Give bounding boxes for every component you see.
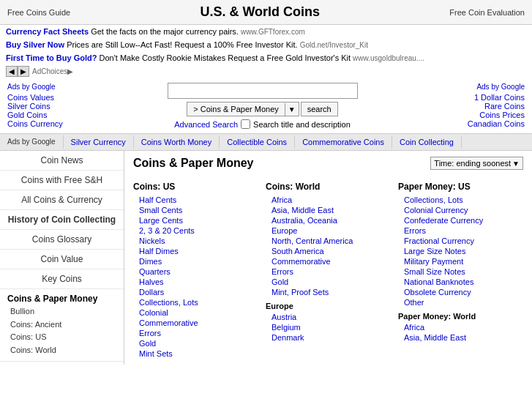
- paper-us-fractional[interactable]: Fractional Currency: [398, 236, 523, 246]
- ads-left: Ads by Google Coins Values Silver Coins …: [7, 83, 80, 129]
- ad-choices-label: AdChoices: [32, 67, 67, 75]
- us-dimes[interactable]: Dimes: [133, 256, 258, 266]
- paper-us-national[interactable]: National Banknotes: [398, 277, 523, 287]
- us-half-dimes[interactable]: Half Dimes: [133, 246, 258, 256]
- main-layout: Coin News Coins with Free S&H All Coins …: [0, 151, 532, 365]
- world-commemorative[interactable]: Commemorative: [266, 256, 391, 266]
- sidebar-sub-ancient[interactable]: Coins: Ancient: [10, 320, 61, 329]
- page-title: U.S. & World Coins: [70, 4, 449, 20]
- us-errors[interactable]: Errors: [133, 328, 258, 338]
- content-header: Coins & Paper Money Time: ending soonest…: [133, 157, 523, 170]
- us-gold[interactable]: Gold: [133, 338, 258, 348]
- ad-link-2[interactable]: Buy Silver Now: [6, 40, 64, 49]
- ads-left-item-1[interactable]: Coins Values: [7, 93, 80, 102]
- europe-denmark[interactable]: Denmark: [266, 332, 391, 343]
- world-europe[interactable]: Europe: [266, 225, 391, 236]
- us-half-cents[interactable]: Half Cents: [133, 195, 258, 205]
- paper-us-large-notes[interactable]: Large Size Notes: [398, 246, 523, 256]
- paper-us-errors[interactable]: Errors: [398, 225, 523, 236]
- world-errors[interactable]: Errors: [266, 266, 391, 277]
- advanced-search-link[interactable]: Advanced Search: [174, 120, 238, 129]
- ads-left-item-2[interactable]: Silver Coins: [7, 102, 80, 111]
- ad-link-3[interactable]: First Time to Buy Gold?: [6, 53, 97, 62]
- sidebar-sub-world[interactable]: Coins: World: [10, 346, 56, 354]
- sidebar-item-glossary[interactable]: Coins Glossary: [0, 230, 124, 250]
- sidebar-item-all-coins[interactable]: All Coins & Currency: [0, 190, 124, 210]
- paper-us-confederate[interactable]: Confederate Currency: [398, 215, 523, 225]
- sidebar-sub-bullion[interactable]: Bullion: [10, 307, 34, 316]
- paper-world-africa[interactable]: Africa: [398, 322, 523, 332]
- sidebar-sub-items: Bullion Coins: Ancient Coins: US Coins: …: [7, 305, 116, 357]
- sort-label: Time: ending soonest: [434, 159, 511, 168]
- world-south-america[interactable]: South America: [266, 246, 391, 256]
- coins-world-heading: Coins: World: [266, 182, 391, 192]
- world-gold[interactable]: Gold: [266, 277, 391, 287]
- advanced-search-row: Advanced Search Search title and descrip…: [174, 119, 351, 129]
- world-north-central[interactable]: North, Central America: [266, 236, 391, 246]
- search-dropdown[interactable]: > Coins & Paper Money ▼: [187, 102, 299, 116]
- europe-austria[interactable]: Austria: [266, 312, 391, 322]
- us-2-3-20-cents[interactable]: 2, 3 & 20 Cents: [133, 225, 258, 236]
- ad-link-1[interactable]: Currency Fact Sheets: [6, 27, 89, 36]
- tab-silver-currency[interactable]: Silver Currency: [64, 135, 134, 149]
- ad-url-1: www.GFTforex.com: [241, 28, 305, 36]
- ads-left-item-3[interactable]: Gold Coins: [7, 111, 80, 119]
- us-mint-sets[interactable]: Mint Sets: [133, 348, 258, 359]
- europe-belgium[interactable]: Belgium: [266, 322, 391, 332]
- paper-us-military[interactable]: Military Payment: [398, 256, 523, 266]
- paper-us-obsolete[interactable]: Obsolete Currency: [398, 287, 523, 297]
- us-colonial[interactable]: Colonial: [133, 307, 258, 318]
- dropdown-arrow-icon[interactable]: ▼: [285, 103, 299, 116]
- us-halves[interactable]: Halves: [133, 277, 258, 287]
- paper-world-asia[interactable]: Asia, Middle East: [398, 332, 523, 343]
- search-input[interactable]: [168, 83, 358, 99]
- sidebar-item-coin-news[interactable]: Coin News: [0, 151, 124, 171]
- sort-arrow-icon[interactable]: ▼: [512, 160, 520, 168]
- world-mint-proof[interactable]: Mint, Proof Sets: [266, 287, 391, 297]
- ads-right-item-4[interactable]: Canadian Coins: [444, 119, 525, 128]
- tab-coin-collecting[interactable]: Coin Collecting: [392, 135, 462, 149]
- paper-us-small-notes[interactable]: Small Size Notes: [398, 266, 523, 277]
- coins-us-column: Coins: US Half Cents Small Cents Large C…: [133, 176, 258, 359]
- paper-us-collections[interactable]: Collections, Lots: [398, 195, 523, 205]
- free-coins-guide-link[interactable]: Free Coins Guide: [7, 8, 70, 17]
- content-title: Coins & Paper Money: [133, 157, 253, 170]
- category-grid: Coins: US Half Cents Small Cents Large C…: [133, 176, 523, 359]
- sidebar-item-key-coins[interactable]: Key Coins: [0, 269, 124, 289]
- tab-collectible-coins[interactable]: Collectible Coins: [220, 135, 295, 149]
- ads-right-item-2[interactable]: Rare Coins: [444, 102, 525, 111]
- search-dropdown-label[interactable]: > Coins & Paper Money: [187, 102, 284, 116]
- us-nickels[interactable]: Nickels: [133, 236, 258, 246]
- sidebar-item-coin-value[interactable]: Coin Value: [0, 250, 124, 269]
- world-australia[interactable]: Australia, Oceania: [266, 215, 391, 225]
- ads-right-item-3[interactable]: Coins Prices: [444, 111, 525, 119]
- sidebar-item-free-sh[interactable]: Coins with Free S&H: [0, 171, 124, 190]
- sidebar-section-paper-money: Coins & Paper Money Bullion Coins: Ancie…: [0, 289, 124, 362]
- ads-left-item-4[interactable]: Coins Currency: [7, 119, 80, 128]
- world-africa[interactable]: Africa: [266, 195, 391, 205]
- sidebar: Coin News Coins with Free S&H All Coins …: [0, 151, 124, 365]
- ad-text-2: Prices are Still Low--Act Fast! Request …: [67, 40, 300, 49]
- tab-commemorative-coins[interactable]: Commemorative Coins: [295, 135, 392, 149]
- us-commemorative[interactable]: Commemorative: [133, 318, 258, 328]
- us-small-cents[interactable]: Small Cents: [133, 205, 258, 215]
- sidebar-sub-us[interactable]: Coins: US: [10, 332, 47, 341]
- paper-us-other[interactable]: Other: [398, 297, 523, 307]
- free-coin-evaluation-link[interactable]: Free Coin Evaluation: [449, 8, 525, 17]
- sort-control[interactable]: Time: ending soonest ▼: [430, 157, 523, 170]
- arrow-left-btn[interactable]: ◀: [6, 66, 18, 77]
- sidebar-item-history[interactable]: History of Coin Collecting: [0, 210, 124, 230]
- world-asia[interactable]: Asia, Middle East: [266, 205, 391, 215]
- title-desc-checkbox[interactable]: [241, 119, 250, 129]
- arrow-buttons[interactable]: ◀ ▶: [6, 66, 29, 77]
- tab-coins-worth-money[interactable]: Coins Worth Money: [134, 135, 220, 149]
- search-button[interactable]: search: [301, 102, 338, 116]
- arrow-right-btn[interactable]: ▶: [18, 66, 29, 77]
- paper-us-heading: Paper Money: US: [398, 182, 523, 192]
- us-dollars[interactable]: Dollars: [133, 287, 258, 297]
- us-large-cents[interactable]: Large Cents: [133, 215, 258, 225]
- us-collections[interactable]: Collections, Lots: [133, 297, 258, 307]
- us-quarters[interactable]: Quarters: [133, 266, 258, 277]
- paper-us-colonial[interactable]: Colonial Currency: [398, 205, 523, 215]
- ads-right-item-1[interactable]: 1 Dollar Coins: [444, 93, 525, 102]
